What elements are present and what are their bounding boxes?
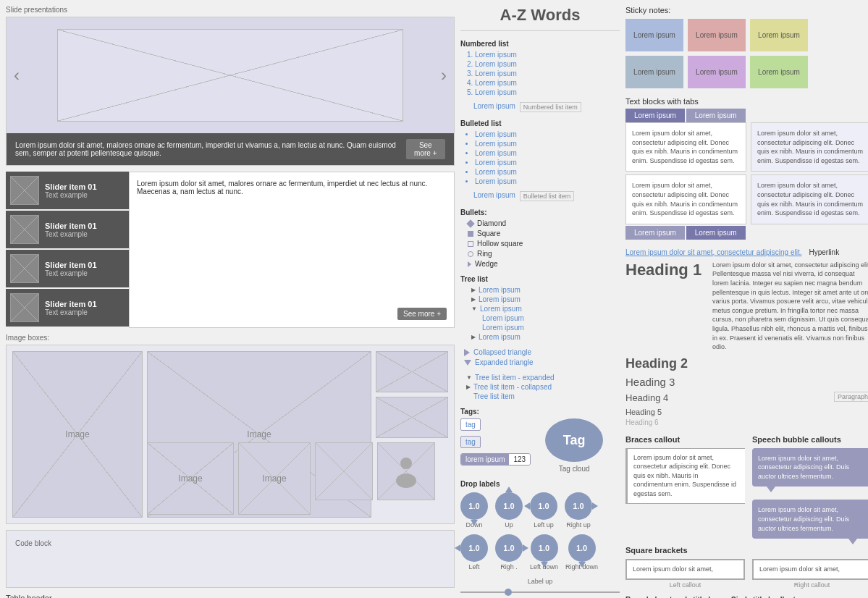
tree-arrow-1: ▶ <box>471 287 476 293</box>
list-item: Lorem ipsum <box>475 60 620 68</box>
image-box-large: Image <box>12 351 143 518</box>
bulleted-item-label: Bulleted list item <box>520 191 575 201</box>
sticky-notes-title: Sticky notes: <box>625 6 868 14</box>
sticky-notes-section: Sticky notes: Lorem ipsum Lorem ipsum Lo… <box>625 6 868 88</box>
drop-label-up: Up <box>505 521 513 528</box>
slider-item-2: Slider item 01 Text example <box>6 211 129 248</box>
tags-section: Tags: tag tag lorem ipsum 123 Tag Tag cl… <box>460 408 620 473</box>
slider-item-title-4: Slider item 01 <box>45 300 97 308</box>
sq-right: Lorem ipsum dolor sit amet, Right callou… <box>752 559 868 589</box>
left-arrow-icon <box>455 544 460 552</box>
bullets-title: Bullets: <box>460 209 620 216</box>
drop-row-1: 1.0 Down Up 1.0 1.0 <box>460 492 620 528</box>
speech-bubble-section: Speech bubble callouts Lorem ipsum dolor… <box>752 435 868 539</box>
tree-expanded-item: Tree list item - expanded <box>475 374 555 382</box>
slider-label-up: Label up <box>460 578 620 585</box>
tab-content-2: Lorem ipsum dolor sit amet, consectetur … <box>751 122 868 172</box>
drop-circle-right-down: 1.0 <box>568 534 596 562</box>
heading-4-row: Heading 4 Paragraph <box>625 392 868 403</box>
bullet-wedge: Wedge <box>468 260 620 268</box>
list-item: Lorem ipsum <box>475 149 620 157</box>
tab-btn-2[interactable]: Lorem ipsum <box>686 109 746 122</box>
svg-point-1 <box>396 473 416 488</box>
drop-label-left-up: Left up <box>534 521 554 528</box>
expanded-triangle-icon <box>464 360 471 366</box>
slider-see-more-button[interactable]: See more + <box>397 308 447 320</box>
drop-circle-up: 1.0 <box>495 492 523 520</box>
tree-sub-2: Lorem ipsum <box>460 324 620 332</box>
sticky-row-2: Lorem ipsum Lorem ipsum Lorem ipsum <box>625 56 868 88</box>
tag-text: lorem ipsum <box>461 454 509 465</box>
tabs-row-1: Lorem ipsum Lorem ipsum <box>625 109 868 122</box>
right-arrow-icon <box>523 544 528 552</box>
collapsed-triangle-icon <box>464 349 470 356</box>
drop-circle-left-down: 1.0 <box>531 534 558 562</box>
heading-3-row: Heading 3 <box>625 376 868 388</box>
sq-right-callout: Lorem ipsum dolor sit amet, <box>752 559 868 580</box>
drop-circle-left: 1.0 <box>460 534 488 562</box>
tab-btn-3[interactable]: Lorem ipsum <box>625 226 685 240</box>
tab-btn-4[interactable]: Lorem ipsum <box>686 226 746 240</box>
slide-section-label: Slide presentations <box>6 6 455 14</box>
sticky-note-blue: Lorem ipsum <box>625 19 683 51</box>
numbered-list-title: Numbered list <box>460 40 620 48</box>
slider-item-img-2 <box>10 215 39 244</box>
hyperlink-label: Hyperlink <box>809 248 839 256</box>
sticky-note-yellow: Lorem ipsum <box>750 19 808 51</box>
slide-prev-arrow[interactable]: ‹ <box>14 65 20 85</box>
slide-next-arrow[interactable]: › <box>441 65 447 85</box>
tags-title: Tags: <box>460 408 620 416</box>
slider-items-section: Slider item 01 Text example Slider item … <box>6 172 455 328</box>
bullet-ring: Ring <box>468 250 620 258</box>
slide-presentation: ‹ › Lorem ipsum dolor sit amet, malores … <box>6 17 455 166</box>
tree-item-last: ▶ Lorem ipsum <box>460 333 620 341</box>
heading-2-row: Heading 2 <box>625 356 868 371</box>
tree-sub-1: Lorem ipsum <box>460 314 620 322</box>
image-box-sm2 <box>376 397 448 438</box>
slider-item-3: Slider item 01 Text example <box>6 250 129 287</box>
tag-with-count[interactable]: lorem ipsum 123 <box>460 453 531 466</box>
sq-right-label: Right callout <box>752 581 868 589</box>
drop-right-down: 1.0 Right down <box>565 534 598 570</box>
numbered-list-section: Numbered list Lorem ipsum Lorem ipsum Lo… <box>460 40 620 112</box>
drop-circle-right-up: 1.0 <box>565 492 592 520</box>
heading-3: Heading 3 <box>625 376 675 388</box>
list-item: Lorem ipsum <box>475 79 620 87</box>
slider-item-title-2: Slider item 01 <box>45 222 97 230</box>
numbered-last-item: Lorem ipsum <box>473 102 515 110</box>
drop-labels-section: Drop labels 1.0 Down Up 1.0 <box>460 480 620 570</box>
tag-item-2[interactable]: tag <box>460 436 481 448</box>
drop-left: 1.0 Left <box>460 534 488 570</box>
text-tabs-title: Text blocks with tabs <box>625 97 868 106</box>
drop-circle-right: 1.0 <box>495 534 523 562</box>
up-arrow-icon <box>505 487 513 492</box>
tab-btn-1[interactable]: Lorem ipsum <box>625 109 685 122</box>
drop-left-down: 1.0 Left down <box>530 534 558 570</box>
heading-5: Heading 5 <box>625 408 662 416</box>
bullets-section: Bullets: Diamond Square Hollow square Ri… <box>460 209 620 268</box>
numbered-item-label: Numbered list item <box>520 102 581 112</box>
tag-item-1[interactable]: tag <box>460 418 481 431</box>
drop-up: Up 1.0 <box>495 492 523 528</box>
diamond-icon <box>466 219 474 227</box>
tag-cloud: Tag <box>545 418 603 462</box>
sq-title: Square brackets <box>625 546 868 555</box>
braces-callout-title: Braces callout <box>625 435 745 444</box>
slider-dot-up[interactable] <box>505 589 512 596</box>
bulleted-list-title: Bulleted list <box>460 119 620 127</box>
tabs-row-2: Lorem ipsum Lorem ipsum <box>625 226 868 240</box>
speech-bubble-title: Speech bubble callouts <box>752 435 868 444</box>
tree-arrow-last: ▶ <box>471 334 476 340</box>
tree-list-items: ▼ Tree list item - expanded ▶ Tree list … <box>460 374 620 400</box>
drop-label-left: Left <box>468 563 479 570</box>
slider-item-title-1: Slider item 01 <box>45 182 97 191</box>
list-item: Lorem ipsum <box>475 130 620 138</box>
slider-item-sub-1: Text example <box>45 191 97 199</box>
slide-caption: Lorem ipsum dolor sit amet, malores orna… <box>7 133 454 165</box>
hyperlink[interactable]: Lorem ipsum dolor sit amet, consectetur … <box>625 248 801 256</box>
drop-circle-left-up: 1.0 <box>530 492 557 520</box>
image-box-sub1: Image <box>147 442 234 515</box>
left-down-arrow-icon <box>541 562 548 568</box>
left-up-arrow-icon <box>524 502 530 510</box>
see-more-button[interactable]: See more + <box>406 139 445 159</box>
